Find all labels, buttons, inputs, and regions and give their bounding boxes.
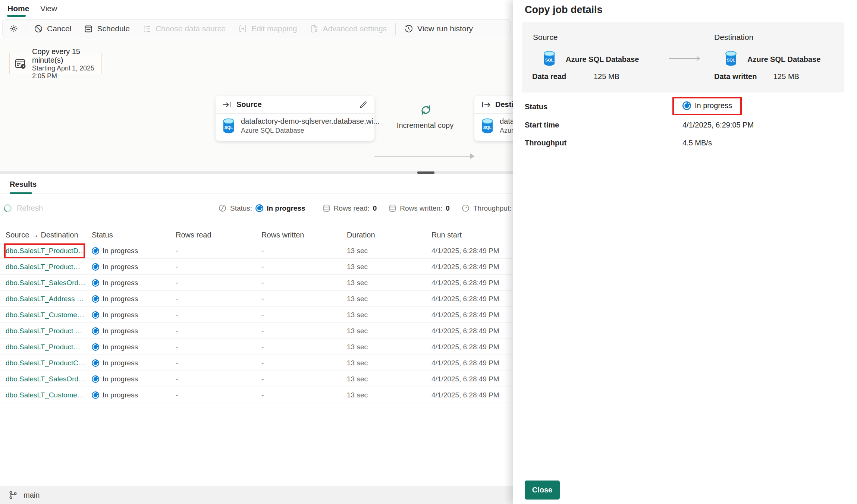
row-rows-read: - [176, 391, 178, 399]
row-duration: 13 sec [347, 391, 368, 399]
row-status-text: In progress [103, 247, 138, 255]
branch-name[interactable]: main [23, 491, 40, 500]
row-status-text: In progress [103, 295, 138, 303]
row-run-start: 4/1/2025, 6:28:49 PM [431, 247, 499, 255]
database-icon [389, 204, 396, 212]
table-row: dbo.SalesLT_Customer ... In progress - -… [0, 387, 513, 403]
statusbar-rows-written-label: Rows written: [400, 204, 442, 212]
row-link[interactable]: dbo.SalesLT_ProductDes... [6, 247, 86, 255]
card-source-label: Source [533, 33, 558, 42]
horizontal-splitter [0, 171, 513, 174]
row-link[interactable]: dbo.SalesLT_ProductMo... [6, 263, 86, 271]
in-progress-icon [92, 327, 99, 335]
row-status-text: In progress [103, 263, 138, 271]
row-link[interactable]: dbo.SalesLT_Customer ... [6, 391, 86, 399]
row-run-start: 4/1/2025, 6:28:49 PM [431, 263, 499, 271]
statusbar-status-value: In progress [267, 204, 305, 212]
results-table-body: dbo.SalesLT_ProductDes... In progress - … [0, 243, 513, 403]
statusbar-throughput-label: Throughput: [473, 204, 511, 212]
col-header-rows-written[interactable]: Rows written [261, 231, 304, 239]
col-header-run-start[interactable]: Run start [431, 231, 462, 239]
row-link[interactable]: dbo.SalesLT_SalesOrder... [6, 375, 86, 383]
refresh-label: Refresh [17, 204, 43, 212]
col-header-duration[interactable]: Duration [347, 231, 375, 239]
row-link[interactable]: dbo.SalesLT_CustomerA... [6, 311, 86, 319]
tab-results[interactable]: Results [10, 180, 37, 189]
table-row: dbo.SalesLT_ProductMo... In progress - -… [0, 259, 513, 275]
row-rows-written: - [261, 327, 264, 335]
row-run-start: 4/1/2025, 6:28:49 PM [431, 311, 499, 319]
advanced-settings-label: Advanced settings [323, 24, 387, 33]
tab-home-active-underline [7, 15, 26, 17]
connector-label: Incremental copy [388, 121, 462, 130]
azure-sql-database-icon [481, 118, 494, 134]
database-icon [323, 204, 330, 212]
row-run-start: 4/1/2025, 6:28:49 PM [431, 359, 499, 367]
copy-job-details-panel: Copy job details Source Destination Azur… [513, 0, 857, 504]
throughput-label: Throughput [525, 139, 566, 147]
col-header-status[interactable]: Status [92, 231, 113, 239]
document-gear-icon [310, 24, 319, 33]
sync-arrows-icon [418, 103, 433, 117]
azure-sql-database-icon [222, 118, 235, 134]
in-progress-icon [92, 343, 99, 351]
tab-home[interactable]: Home [7, 4, 29, 13]
schedule-summary-chip[interactable]: Copy every 15 minute(s) Starting April 1… [9, 53, 102, 74]
settings-button[interactable] [5, 21, 23, 36]
cancel-button[interactable]: Cancel [28, 21, 78, 36]
col-header-source-destination[interactable]: Source → Destination [6, 231, 78, 239]
advanced-settings-button[interactable]: Advanced settings [304, 21, 393, 36]
start-time-label: Start time [525, 121, 559, 129]
row-link[interactable]: dbo.SalesLT_Product → ... [6, 327, 86, 335]
cancel-circle-icon [34, 24, 43, 33]
row-link[interactable]: dbo.SalesLT_ProductCat... [6, 359, 86, 367]
data-written-value: 125 MB [773, 72, 799, 81]
bottom-status-bar: main [0, 486, 513, 504]
choose-data-source-button[interactable]: Choose data source [136, 21, 232, 36]
row-link[interactable]: dbo.SalesLT_SalesOrder... [6, 279, 86, 287]
row-rows-written: - [261, 343, 264, 351]
row-rows-written: - [261, 247, 264, 255]
edit-pencil-icon[interactable] [359, 100, 368, 109]
edit-mapping-button[interactable]: Edit mapping [232, 21, 304, 36]
refresh-button[interactable]: Refresh [4, 204, 43, 212]
toolbar-divider [25, 23, 25, 35]
arrow-into-bar-icon [222, 101, 232, 109]
col-header-rows-read[interactable]: Rows read [176, 231, 211, 239]
row-status-cell: In progress [92, 311, 138, 319]
top-tab-bar: Home View [0, 0, 513, 18]
view-run-history-button[interactable]: View run history [398, 21, 479, 36]
row-rows-read: - [176, 279, 178, 287]
row-duration: 13 sec [347, 327, 368, 335]
table-row: dbo.SalesLT_Product → ... In progress - … [0, 323, 513, 339]
row-duration: 13 sec [347, 311, 368, 319]
results-tab-active-underline [10, 192, 32, 194]
results-section: Results Refresh Status: In progress [0, 174, 513, 485]
source-node[interactable]: Source datafactory-demo-sqlserver.databa… [216, 96, 374, 141]
status-circle-icon [218, 204, 227, 212]
statusbar-rows-written-value: 0 [446, 204, 450, 212]
splitter-drag-handle[interactable] [417, 171, 434, 174]
row-rows-read: - [176, 375, 178, 383]
row-status-cell: In progress [92, 327, 138, 335]
table-row: dbo.SalesLT_ProductDes... In progress - … [0, 243, 513, 259]
in-progress-icon [92, 279, 99, 287]
calendar-clock-icon [14, 57, 27, 70]
row-status-cell: In progress [92, 391, 138, 399]
start-time-value: 4/1/2025, 6:29:05 PM [682, 121, 754, 129]
row-status-text: In progress [103, 279, 138, 287]
row-rows-read: - [176, 359, 178, 367]
close-button[interactable]: Close [525, 481, 560, 500]
data-written-label: Data written [714, 72, 757, 81]
row-run-start: 4/1/2025, 6:28:49 PM [431, 391, 499, 399]
row-duration: 13 sec [347, 279, 368, 287]
row-link[interactable]: dbo.SalesLT_ProductMo... [6, 343, 86, 351]
row-link[interactable]: dbo.SalesLT_Address → ... [6, 295, 86, 303]
tab-view[interactable]: View [40, 4, 57, 13]
row-rows-written: - [261, 359, 264, 367]
row-duration: 13 sec [347, 359, 368, 367]
row-status-cell: In progress [92, 375, 138, 383]
row-rows-written: - [261, 375, 264, 383]
row-rows-written: - [261, 263, 264, 271]
schedule-button[interactable]: Schedule [78, 21, 136, 36]
